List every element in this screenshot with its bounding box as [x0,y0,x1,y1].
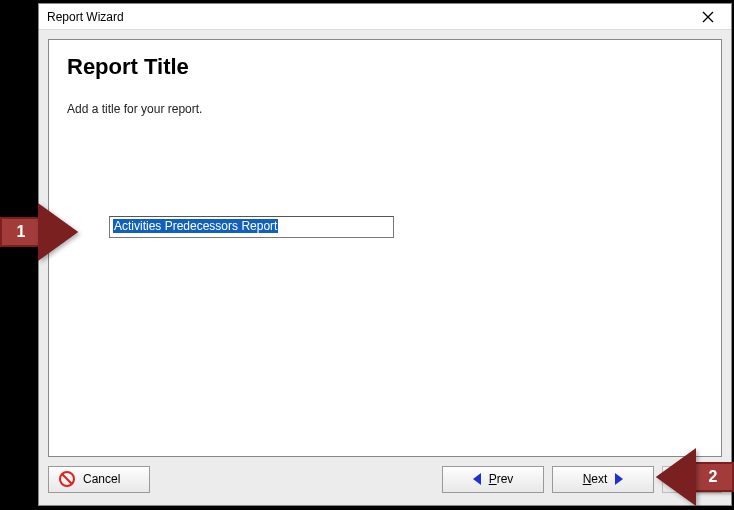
annotation-badge-1: 1 [0,217,40,247]
close-button[interactable] [691,5,725,29]
page-title: Report Title [67,54,703,80]
dialog-title: Report Wizard [47,10,124,24]
report-title-value: Activities Predecessors Report [113,219,278,233]
cancel-button[interactable]: Cancel [48,466,150,493]
arrow-left-icon [656,450,694,504]
annotation-badge-2: 2 [694,462,734,492]
arrow-right-icon [40,205,78,259]
close-icon [702,11,714,23]
next-button[interactable]: Next [552,466,654,493]
button-bar: Cancel Prev Next inish [48,463,722,495]
arrow-right-icon [615,473,623,485]
report-title-input[interactable]: Activities Predecessors Report [109,216,394,238]
next-label: Next [583,472,608,486]
cancel-icon [59,471,75,487]
prev-label: Prev [489,472,514,486]
prev-button[interactable]: Prev [442,466,544,493]
instruction-text: Add a title for your report. [67,102,703,116]
report-wizard-dialog: Report Wizard Report Title Add a title f… [38,3,732,506]
black-background-strip [0,0,38,130]
dialog-titlebar: Report Wizard [39,4,731,30]
annotation-arrow-1: 1 [0,205,78,259]
arrow-left-icon [473,473,481,485]
annotation-arrow-2: 2 [656,450,734,504]
content-panel: Report Title Add a title for your report… [48,39,722,457]
cancel-label: Cancel [83,472,120,486]
